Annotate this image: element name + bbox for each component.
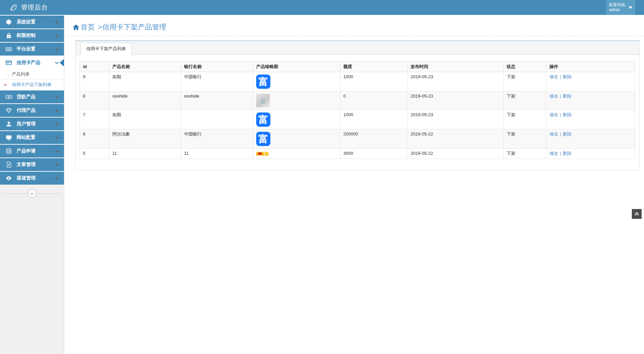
app-title: 管理后台 — [21, 3, 48, 12]
column-header: 产品缩略图 — [253, 62, 340, 72]
cell-thumbnail: 富 — [253, 72, 340, 91]
edit-link[interactable]: 修改 — [549, 74, 558, 79]
cell-id: 7 — [80, 110, 109, 129]
delete-link[interactable]: 删除 — [563, 151, 572, 156]
products-table: id产品名称银行名称产品缩略图额度发布时间状态操作 9如期中国银行富100020… — [80, 61, 635, 159]
action-separator: | — [560, 151, 561, 156]
double-chevron-up-icon — [634, 212, 639, 216]
cell-actions: 修改|删除 — [546, 110, 635, 129]
cell-status: 下架 — [504, 129, 546, 149]
cell-bank-name: 中国银行 — [181, 129, 253, 149]
table-row: 7如期富10002019-05-23下架修改|删除 — [80, 110, 635, 129]
sidebar-item-label: 代理产品 — [17, 107, 55, 113]
leaf-logo-icon — [9, 3, 18, 12]
chevron-down-icon — [55, 96, 59, 99]
delete-link[interactable]: 删除 — [563, 131, 572, 137]
column-header: 状态 — [504, 62, 546, 72]
chevron-down-icon — [55, 150, 59, 153]
sidebar-item-user-management[interactable]: 用户管理 — [0, 117, 64, 130]
action-separator: | — [560, 93, 561, 99]
edit-link[interactable]: 修改 — [549, 151, 558, 156]
active-subitem-arrow-icon: » — [4, 82, 7, 87]
product-thumbnail-fu-icon: 富 — [256, 132, 270, 146]
home-icon — [72, 24, 80, 31]
cell-thumbnail: 富 — [253, 110, 340, 129]
breadcrumb-separator: > — [98, 23, 102, 31]
sidebar-item-loan-products[interactable]: 贷款产品 — [0, 90, 64, 103]
edit-link[interactable]: 修改 — [549, 93, 558, 99]
cell-actions: 修改|删除 — [546, 72, 635, 91]
back-to-top-button[interactable] — [632, 209, 642, 219]
user-menu[interactable]: 欢迎光临, admin — [606, 0, 635, 15]
sidebar-item-product-application[interactable]: 产品申请 — [0, 144, 64, 158]
sidebar-item-label: 权限控制 — [17, 33, 55, 39]
chevron-down-icon — [55, 109, 59, 112]
cell-thumbnail — [253, 149, 340, 159]
cell-status: 下架 — [504, 72, 546, 91]
cell-id: 6 — [80, 129, 109, 149]
sidebar-item-system-settings[interactable]: 系统设置 — [0, 15, 64, 28]
table-row: 8ceshideceshide02019-05-23下架修改|删除 — [80, 91, 635, 110]
table-row: 6阿尔法象中国银行富2000002019-05-22下架修改|删除 — [80, 129, 635, 149]
username: admin — [609, 7, 628, 13]
cell-id: 8 — [80, 91, 109, 110]
banknote-icon — [5, 93, 12, 100]
product-thumbnail-fu-icon: 富 — [256, 112, 270, 127]
sidebar-item-label: 用户管理 — [17, 121, 55, 127]
sidebar-item-credit-card-products[interactable]: 信用卡产品 — [0, 56, 64, 69]
chevron-down-icon — [55, 61, 59, 64]
app-header: 管理后台 欢迎光临, admin — [0, 0, 644, 15]
cell-quota: 3000 — [340, 149, 407, 159]
cell-bank-name — [181, 110, 253, 129]
breadcrumb: 首页 > 信用卡下架产品管理 — [65, 15, 644, 37]
delete-link[interactable]: 删除 — [563, 74, 572, 79]
sidebar-item-channel-management[interactable]: 渠道管理 — [0, 171, 64, 185]
column-header: id — [80, 62, 109, 72]
cell-status: 下架 — [504, 110, 546, 129]
sidebar-subitem-product-list[interactable]: 产品列表 — [0, 69, 64, 79]
cell-actions: 修改|删除 — [546, 129, 635, 149]
cell-bank-name: 中国银行 — [181, 72, 253, 91]
cell-product-name: 阿尔法象 — [109, 129, 181, 149]
sidebar-item-label: 产品申请 — [17, 148, 55, 154]
cell-thumbnail: 富 — [253, 129, 340, 149]
sidebar-item-label: 文章管理 — [17, 162, 55, 168]
cell-publish-date: 2019-05-23 — [407, 110, 504, 129]
sidebar-item-platform-settings[interactable]: 平台设置 — [0, 42, 64, 56]
column-header: 发布时间 — [407, 62, 504, 72]
sidebar-item-label: 网站配置 — [17, 134, 55, 141]
column-header: 银行名称 — [181, 62, 253, 72]
product-thumbnail-ship-logo — [256, 94, 270, 107]
tab-offshelf-product-list[interactable]: 信用卡下架产品列表 — [81, 43, 132, 55]
sidebar-item-permission-control[interactable]: 权限控制 — [0, 28, 64, 42]
cell-publish-date: 2019-05-22 — [407, 129, 504, 149]
lock-icon — [5, 32, 12, 39]
welcome-text: 欢迎光临, admin — [609, 2, 628, 13]
cell-id: 5 — [80, 149, 109, 159]
edit-link[interactable]: 修改 — [549, 112, 558, 117]
sidebar-item-label: 渠道管理 — [17, 175, 55, 181]
delete-link[interactable]: 删除 — [563, 112, 572, 117]
sidebar-item-label: 系统设置 — [17, 19, 55, 25]
monitor-icon — [5, 134, 12, 141]
eye-icon — [5, 175, 12, 182]
sidebar-collapse-button[interactable]: « — [28, 189, 37, 198]
column-header: 产品名称 — [109, 62, 181, 72]
table-header-row: id产品名称银行名称产品缩略图额度发布时间状态操作 — [80, 62, 635, 72]
sidebar-subitem-credit-card-offshelf-list[interactable]: »信用卡产品下架列表 — [0, 79, 64, 90]
sidebar-item-article-management[interactable]: 文章管理 — [0, 158, 64, 171]
cell-publish-date: 2019-05-22 — [407, 149, 504, 159]
keyboard-icon — [5, 46, 12, 53]
cell-publish-date: 2019-05-23 — [407, 72, 504, 91]
edit-link[interactable]: 修改 — [549, 131, 558, 137]
cell-product-name: ceshide — [109, 91, 181, 110]
sidebar-item-agent-products[interactable]: 代理产品 — [0, 103, 64, 117]
cell-quota: 0 — [340, 91, 407, 110]
cell-publish-date: 2019-05-23 — [407, 91, 504, 110]
breadcrumb-home-link[interactable]: 首页 — [81, 22, 95, 32]
sidebar-item-website-config[interactable]: 网站配置 — [0, 130, 64, 144]
sidebar-item-label: 平台设置 — [17, 46, 55, 52]
cell-actions: 修改|删除 — [546, 91, 635, 110]
delete-link[interactable]: 删除 — [563, 93, 572, 99]
cell-quota: 1000 — [340, 72, 407, 91]
